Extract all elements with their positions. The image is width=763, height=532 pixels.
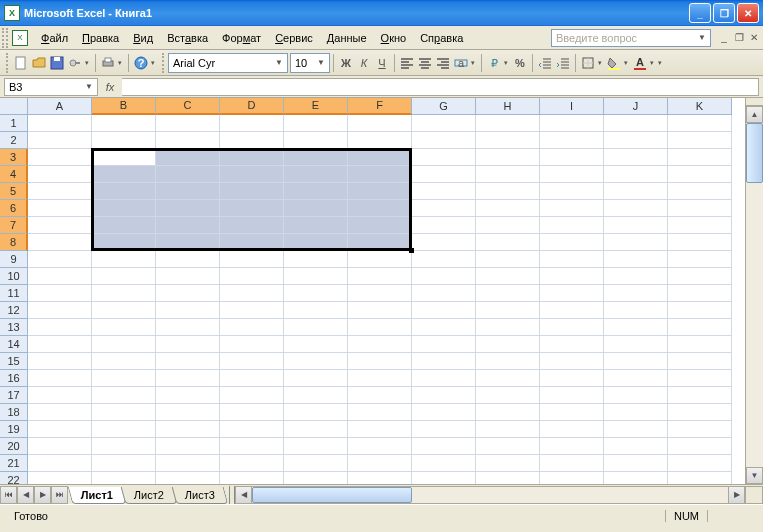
cell-K5[interactable] (668, 183, 732, 200)
cell-C10[interactable] (156, 268, 220, 285)
col-header-I[interactable]: I (540, 98, 604, 115)
horizontal-scrollbar[interactable]: ◀ ▶ (235, 486, 745, 504)
cell-C12[interactable] (156, 302, 220, 319)
fx-button[interactable]: fx (100, 78, 120, 96)
row-header-12[interactable]: 12 (0, 302, 28, 319)
toolbar-grip-1[interactable] (6, 53, 10, 73)
cell-D12[interactable] (220, 302, 284, 319)
cell-C11[interactable] (156, 285, 220, 302)
cell-B18[interactable] (92, 404, 156, 421)
cell-F7[interactable] (348, 217, 412, 234)
cell-D7[interactable] (220, 217, 284, 234)
cell-D22[interactable] (220, 472, 284, 484)
fill-color-dropdown[interactable]: ▾ (623, 59, 631, 67)
cell-G13[interactable] (412, 319, 476, 336)
bold-button[interactable]: Ж (337, 53, 355, 73)
cell-F18[interactable] (348, 404, 412, 421)
cell-C8[interactable] (156, 234, 220, 251)
cell-C16[interactable] (156, 370, 220, 387)
cell-B15[interactable] (92, 353, 156, 370)
cell-D2[interactable] (220, 132, 284, 149)
cell-J17[interactable] (604, 387, 668, 404)
select-all-button[interactable] (0, 98, 28, 115)
cell-I9[interactable] (540, 251, 604, 268)
help-search-box[interactable]: Введите вопрос ▼ (551, 29, 711, 47)
cell-A16[interactable] (28, 370, 92, 387)
cell-D3[interactable] (220, 149, 284, 166)
cell-A6[interactable] (28, 200, 92, 217)
merge-dropdown[interactable]: ▾ (470, 59, 478, 67)
cell-C4[interactable] (156, 166, 220, 183)
currency-dropdown[interactable]: ▾ (503, 59, 511, 67)
row-header-14[interactable]: 14 (0, 336, 28, 353)
cell-G2[interactable] (412, 132, 476, 149)
cell-J9[interactable] (604, 251, 668, 268)
toolbar-grip-2[interactable] (162, 53, 166, 73)
col-header-C[interactable]: C (156, 98, 220, 115)
cell-C5[interactable] (156, 183, 220, 200)
row-header-17[interactable]: 17 (0, 387, 28, 404)
row-header-6[interactable]: 6 (0, 200, 28, 217)
cell-H11[interactable] (476, 285, 540, 302)
cell-J6[interactable] (604, 200, 668, 217)
cell-B4[interactable] (92, 166, 156, 183)
cell-K20[interactable] (668, 438, 732, 455)
cell-J21[interactable] (604, 455, 668, 472)
cell-B7[interactable] (92, 217, 156, 234)
cell-H2[interactable] (476, 132, 540, 149)
cell-I3[interactable] (540, 149, 604, 166)
cell-H19[interactable] (476, 421, 540, 438)
cell-K10[interactable] (668, 268, 732, 285)
cell-D18[interactable] (220, 404, 284, 421)
cell-C18[interactable] (156, 404, 220, 421)
cell-H15[interactable] (476, 353, 540, 370)
cell-D8[interactable] (220, 234, 284, 251)
cell-D9[interactable] (220, 251, 284, 268)
cell-H5[interactable] (476, 183, 540, 200)
col-header-B[interactable]: B (92, 98, 156, 115)
cell-G6[interactable] (412, 200, 476, 217)
cell-E21[interactable] (284, 455, 348, 472)
row-header-11[interactable]: 11 (0, 285, 28, 302)
cell-B13[interactable] (92, 319, 156, 336)
cell-H8[interactable] (476, 234, 540, 251)
cell-F12[interactable] (348, 302, 412, 319)
sheet-tab-1[interactable]: Лист1 (68, 487, 127, 504)
tab-nav-next[interactable]: ▶ (34, 486, 51, 504)
cell-D4[interactable] (220, 166, 284, 183)
cell-E16[interactable] (284, 370, 348, 387)
cells[interactable] (28, 115, 745, 484)
cell-I22[interactable] (540, 472, 604, 484)
cell-K17[interactable] (668, 387, 732, 404)
cell-B22[interactable] (92, 472, 156, 484)
cell-I14[interactable] (540, 336, 604, 353)
row-header-20[interactable]: 20 (0, 438, 28, 455)
cell-E20[interactable] (284, 438, 348, 455)
borders-dropdown[interactable]: ▾ (597, 59, 605, 67)
cell-J18[interactable] (604, 404, 668, 421)
cell-B8[interactable] (92, 234, 156, 251)
row-header-2[interactable]: 2 (0, 132, 28, 149)
cell-F22[interactable] (348, 472, 412, 484)
cell-G5[interactable] (412, 183, 476, 200)
cell-J10[interactable] (604, 268, 668, 285)
cell-H1[interactable] (476, 115, 540, 132)
cell-E10[interactable] (284, 268, 348, 285)
cell-F19[interactable] (348, 421, 412, 438)
cell-F1[interactable] (348, 115, 412, 132)
cell-E1[interactable] (284, 115, 348, 132)
cell-A14[interactable] (28, 336, 92, 353)
close-button[interactable]: ✕ (737, 3, 759, 23)
formula-input[interactable] (122, 78, 759, 96)
fill-handle[interactable] (409, 248, 414, 253)
cell-G21[interactable] (412, 455, 476, 472)
cell-G17[interactable] (412, 387, 476, 404)
cell-B9[interactable] (92, 251, 156, 268)
cell-K22[interactable] (668, 472, 732, 484)
cell-D6[interactable] (220, 200, 284, 217)
col-header-F[interactable]: F (348, 98, 412, 115)
cell-G3[interactable] (412, 149, 476, 166)
cell-D10[interactable] (220, 268, 284, 285)
cell-J11[interactable] (604, 285, 668, 302)
cell-K18[interactable] (668, 404, 732, 421)
